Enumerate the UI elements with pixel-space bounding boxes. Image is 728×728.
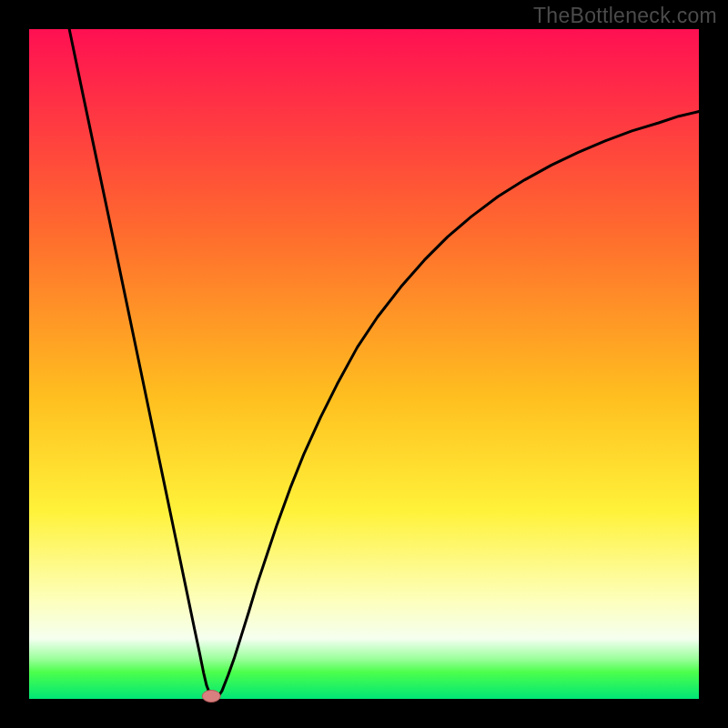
optimal-point-marker (202, 691, 220, 703)
chart-frame: TheBottleneck.com (0, 0, 728, 728)
plot-background (29, 29, 699, 699)
bottleneck-chart (0, 0, 728, 728)
watermark-text: TheBottleneck.com (533, 4, 717, 28)
